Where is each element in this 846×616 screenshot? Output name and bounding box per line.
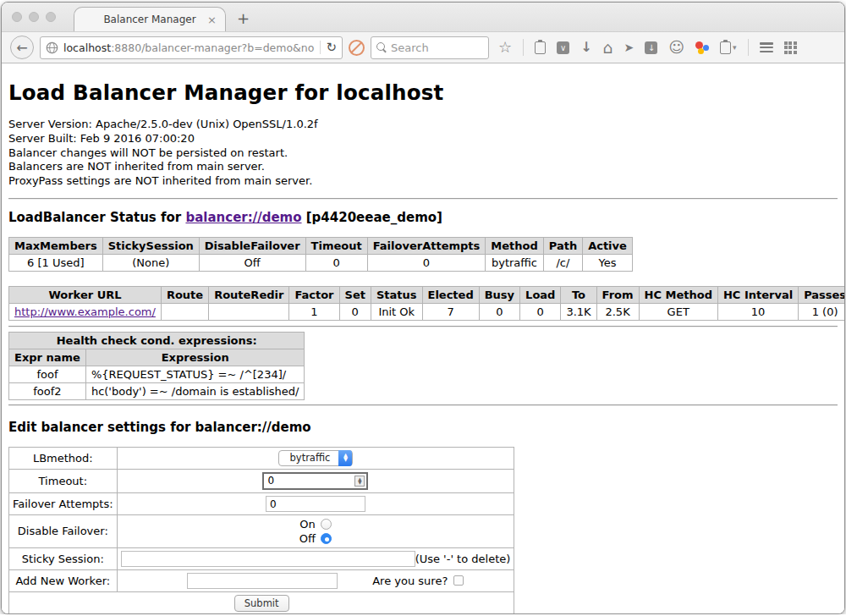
lbmethod-label: LBmethod: — [9, 447, 118, 469]
table-header-row: MaxMembers StickySession DisableFailover… — [9, 237, 633, 254]
page-title: Load Balancer Manager for localhost — [8, 80, 838, 105]
table-title-row: Health check cond. expressions: — [9, 332, 305, 349]
col-path: Path — [543, 237, 582, 254]
cell-disablefailover: Off — [199, 254, 305, 271]
section-divider — [8, 198, 838, 200]
disable-failover-off-radio[interactable] — [321, 533, 332, 544]
edit-balancer-heading: Edit balancer settings for balancer://de… — [8, 420, 838, 435]
server-built-line: Server Built: Feb 9 2016 07:00:20 — [8, 132, 838, 146]
col-from: From — [596, 286, 639, 303]
content-blocked-icon[interactable] — [349, 40, 365, 56]
col-status: Status — [371, 286, 422, 303]
reload-icon[interactable]: ↻ — [326, 41, 337, 54]
col-timeout: Timeout — [305, 237, 367, 254]
clipboard-panel-icon[interactable]: ▾ — [720, 41, 737, 54]
cell-timeout: 0 — [305, 254, 367, 271]
failover-attempts-input[interactable]: 0 — [266, 496, 365, 512]
url-bar[interactable]: localhost:8880/balancer-manager?b=demo&n… — [40, 36, 343, 59]
pocket-icon[interactable]: ∨ — [557, 41, 569, 54]
timeout-input[interactable]: 0 ▲▼ — [262, 472, 368, 490]
proxypass-note-line: ProxyPass settings are NOT inherited fro… — [8, 174, 838, 189]
col-load: Load — [520, 286, 561, 303]
col-hc-interval: HC Interval — [717, 286, 798, 303]
toolbar-separator — [523, 39, 524, 56]
back-button[interactable]: ← — [10, 36, 34, 59]
cell-from: 2.5K — [596, 303, 639, 320]
col-expr-name: Expr name — [9, 349, 86, 366]
col-active: Active — [583, 237, 633, 254]
cell-hc-interval: 10 — [717, 303, 798, 320]
sticky-session-label: Sticky Session: — [9, 547, 118, 569]
smiley-feedback-icon[interactable]: ☺ — [668, 40, 684, 55]
number-spinner-icon[interactable]: ▲▼ — [354, 476, 365, 487]
form-row-submit: Submit — [9, 591, 514, 613]
table-header-row: Worker URL Route RouteRedir Factor Set S… — [9, 286, 845, 303]
bookmark-star-icon[interactable]: ☆ — [498, 40, 512, 55]
cell-busy: 0 — [479, 303, 519, 320]
cell-set: 0 — [339, 303, 371, 320]
search-bar[interactable]: Search — [371, 36, 489, 59]
cell-load: 0 — [520, 303, 561, 320]
new-tab-button[interactable]: + — [237, 11, 250, 26]
url-host: localhost — [63, 41, 111, 54]
submit-button[interactable]: Submit — [234, 595, 289, 612]
col-method: Method — [486, 237, 543, 254]
cell-active: Yes — [583, 254, 633, 271]
traffic-lights — [12, 12, 56, 22]
worker-url-link[interactable]: http://www.example.com/ — [14, 305, 156, 318]
toolbar-separator — [748, 39, 749, 56]
grid-extension-icon[interactable] — [784, 41, 797, 54]
col-hc-method: HC Method — [639, 286, 717, 303]
minimize-window-button[interactable] — [29, 12, 39, 22]
cell-to: 3.1K — [561, 303, 596, 320]
health-check-title: Health check cond. expressions: — [9, 332, 305, 349]
search-placeholder: Search — [391, 41, 429, 54]
server-info: Server Version: Apache/2.5.0-dev (Unix) … — [8, 118, 838, 189]
menu-hamburger-icon[interactable] — [760, 42, 773, 52]
are-you-sure-checkbox[interactable] — [453, 575, 464, 586]
radio-on-label: On — [299, 518, 315, 531]
url-text[interactable]: localhost:8880/balancer-manager?b=demo&n… — [63, 41, 315, 54]
colored-dots-extension-icon[interactable] — [695, 41, 709, 54]
downloads-icon[interactable]: ↓ — [580, 41, 591, 54]
nav-toolbar: ← localhost:8880/balancer-manager?b=demo… — [2, 31, 844, 63]
form-row-sticky: Sticky Session: (Use '-' to delete) — [9, 547, 514, 569]
clipboard-icon[interactable] — [535, 41, 546, 54]
back-arrow-icon: ← — [16, 40, 27, 56]
col-to: To — [561, 286, 596, 303]
home-icon[interactable]: ⌂ — [603, 40, 613, 56]
cell-failoverattempts: 0 — [367, 254, 486, 271]
zoom-window-button[interactable] — [46, 12, 56, 22]
browser-window: Balancer Manager × + ← localhost:8880/ba… — [1, 2, 845, 614]
url-path: :8880/balancer-manager?b=demo&nonce=decc… — [111, 41, 315, 54]
disable-failover-on-radio[interactable] — [321, 519, 332, 530]
search-icon — [376, 42, 387, 52]
table-header-row: Expr name Expression — [9, 349, 305, 366]
persist-note-line: Balancer changes will NOT be persisted o… — [8, 146, 838, 161]
url-divider — [320, 41, 321, 54]
tab-balancer-manager[interactable]: Balancer Manager × — [74, 7, 226, 31]
col-worker-url: Worker URL — [9, 286, 162, 303]
col-expression: Expression — [85, 349, 305, 366]
send-plane-icon[interactable]: ➤ — [624, 41, 634, 53]
are-you-sure-label: Are you sure? — [372, 575, 448, 587]
sticky-session-input[interactable] — [121, 551, 415, 567]
tab-bar: Balancer Manager × + — [2, 3, 844, 31]
lbmethod-select[interactable]: bytraffic ▲▼ — [278, 450, 354, 466]
cell-stickysession: (None) — [102, 254, 199, 271]
close-window-button[interactable] — [12, 12, 22, 22]
add-worker-input[interactable] — [187, 573, 338, 589]
balancer-demo-link[interactable]: balancer://demo — [185, 210, 301, 225]
form-row-lbmethod: LBmethod: bytraffic ▲▼ — [9, 447, 514, 469]
panel-download-icon[interactable]: ↓ — [645, 41, 657, 54]
form-row-disable-failover: Disable Failover: On Off — [9, 514, 514, 547]
col-disablefailover: DisableFailover — [199, 237, 305, 254]
worker-table: Worker URL Route RouteRedir Factor Set S… — [8, 286, 844, 321]
tab-close-icon[interactable]: × — [207, 14, 217, 26]
form-row-timeout: Timeout: 0 ▲▼ — [9, 469, 514, 492]
chevron-down-icon: ▾ — [733, 43, 737, 52]
form-row-failover: Failover Attempts: 0 — [9, 492, 514, 514]
inherit-note-line: Balancers are NOT inherited from main se… — [8, 160, 838, 174]
cell-expression: %{REQUEST_STATUS} =~ /^[234]/ — [85, 366, 305, 382]
select-stepper-icon: ▲▼ — [338, 450, 352, 466]
